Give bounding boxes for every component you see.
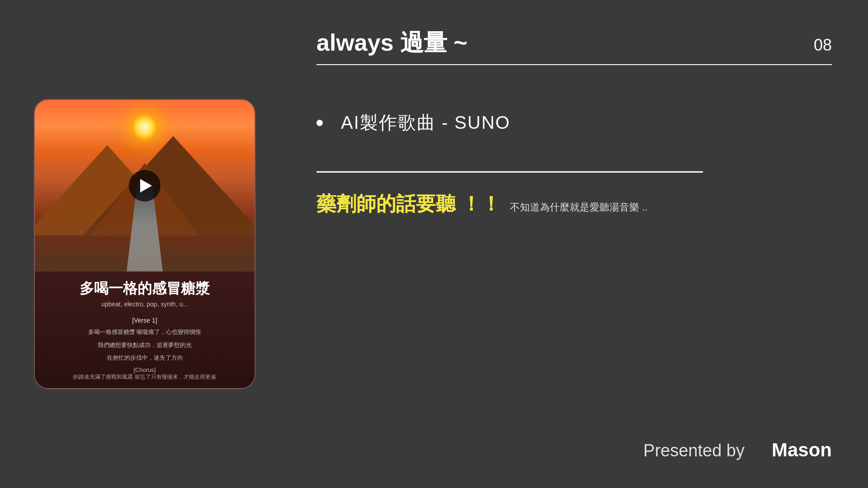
verse-label: [Verse 1] — [35, 313, 255, 326]
bottom-lyric: 的路途充滿了挑戰和風霜 卻忘了只有慢慢來，才能走得更遠 — [35, 373, 255, 381]
bullet-item: AI製作歌曲 - SUNO — [316, 110, 832, 135]
chorus-label: [Chorus] — [35, 365, 255, 373]
presenter-row: Presented by Mason — [643, 439, 832, 461]
bullet-text: AI製作歌曲 - SUNO — [341, 110, 510, 135]
middle-divider — [316, 171, 703, 173]
lyrics-line-1: 多喝一格感冒糖漿 喉嚨痛了，心也變得惆悵 — [35, 326, 255, 339]
bullet-dot — [316, 120, 323, 126]
song-title-row: always 過量 ~ 08 — [316, 27, 832, 59]
presenter-name: Mason — [772, 439, 832, 461]
presented-by-label: Presented by — [643, 441, 745, 460]
track-number: 08 — [814, 36, 832, 55]
card-subtitle: upbeat, electro, pop, synth, u... — [35, 300, 255, 313]
card-image — [35, 100, 255, 272]
title-divider — [316, 64, 832, 65]
lyrics-line-2: 我們總想要快點成功，追逐夢想的光 — [35, 339, 255, 352]
right-panel: always 過量 ~ 08 AI製作歌曲 - SUNO 藥劑師的話要聽 ！！ … — [289, 0, 868, 488]
play-button[interactable] — [129, 170, 160, 202]
left-panel: 多喝一格的感冒糖漿 upbeat, electro, pop, synth, u… — [0, 0, 289, 488]
pharmacist-subtitle: 不知道為什麼就是愛聽湯音樂 .. — [510, 201, 647, 214]
play-icon — [140, 179, 152, 192]
card-title: 多喝一格的感冒糖漿 — [35, 272, 255, 300]
song-title: always 過量 ~ — [316, 27, 467, 59]
pharmacist-text: 藥劑師的話要聽 ！！ — [316, 191, 501, 217]
lyrics-line-3: 在匆忙的步伐中，迷失了方向 — [35, 352, 255, 365]
bottom-section: 藥劑師的話要聽 ！！ 不知道為什麼就是愛聽湯音樂 .. — [316, 191, 832, 217]
music-card: 多喝一格的感冒糖漿 upbeat, electro, pop, synth, u… — [34, 99, 255, 389]
road-curve — [35, 217, 255, 272]
